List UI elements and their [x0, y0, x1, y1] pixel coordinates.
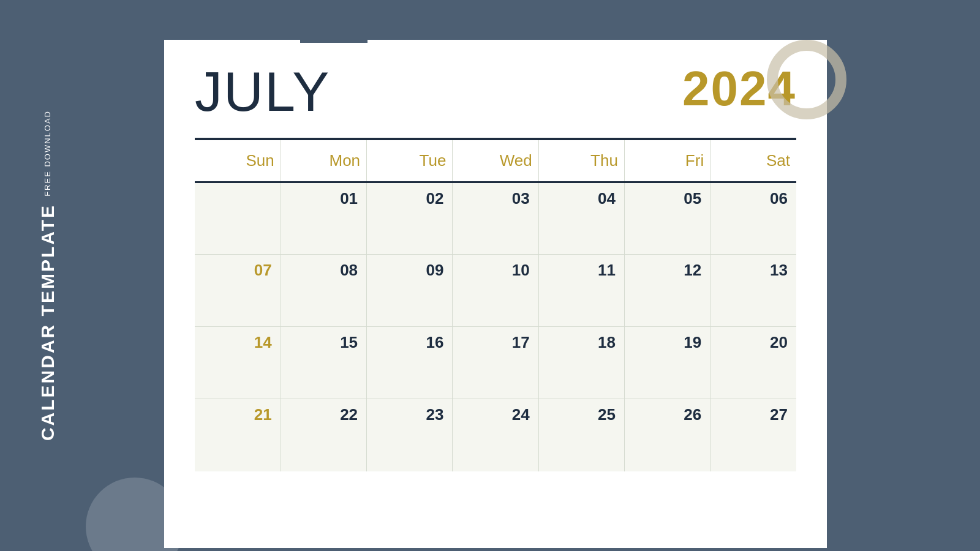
day-cell-14: 14: [195, 327, 281, 399]
calendar-header: JULY 2024: [195, 64, 796, 126]
day-cell-17: 17: [453, 327, 538, 399]
day-cell-12: 12: [624, 255, 710, 327]
day-cell-13: 13: [710, 255, 796, 327]
day-cell-10: 10: [453, 255, 538, 327]
circle-top-right-decoration: [767, 40, 846, 119]
day-header-tue: Tue: [367, 140, 453, 182]
calendar-grid: Sun Mon Tue Wed Thu Fri Sat 01 02 03 04 …: [195, 140, 796, 471]
day-header-wed: Wed: [453, 140, 538, 182]
day-header-thu: Thu: [538, 140, 624, 182]
day-cell-2: 02: [367, 182, 453, 255]
week-row-4: 21 22 23 24 25 26 27: [195, 399, 796, 471]
day-cell-3: 03: [453, 182, 538, 255]
calendar-container: JULY 2024 Sun Mon Tue Wed Thu Fri Sat 01…: [164, 40, 827, 548]
day-cell-21: 21: [195, 399, 281, 471]
week-row-1: 01 02 03 04 05 06: [195, 182, 796, 255]
calendar-template-label: CALENDAR TEMPLATE: [37, 204, 58, 441]
day-headers-row: Sun Mon Tue Wed Thu Fri Sat: [195, 140, 796, 182]
day-cell-9: 09: [367, 255, 453, 327]
day-cell-24: 24: [453, 399, 538, 471]
week-row-2: 07 08 09 10 11 12 13: [195, 255, 796, 327]
day-header-fri: Fri: [624, 140, 710, 182]
day-cell-26: 26: [624, 399, 710, 471]
day-cell-1: 01: [281, 182, 366, 255]
day-cell-11: 11: [538, 255, 624, 327]
day-header-mon: Mon: [281, 140, 366, 182]
sidebar: FREE DOWNLOAD CALENDAR TEMPLATE: [0, 0, 95, 551]
month-title: JULY: [195, 64, 330, 119]
day-cell-4: 04: [538, 182, 624, 255]
day-header-sat: Sat: [710, 140, 796, 182]
day-header-sun: Sun: [195, 140, 281, 182]
day-cell-27: 27: [710, 399, 796, 471]
day-cell-6: 06: [710, 182, 796, 255]
week-row-3: 14 15 16 17 18 19 20: [195, 327, 796, 399]
day-cell-8: 08: [281, 255, 366, 327]
day-cell-5: 05: [624, 182, 710, 255]
day-cell-empty-1: [195, 182, 281, 255]
day-cell-15: 15: [281, 327, 366, 399]
day-cell-19: 19: [624, 327, 710, 399]
day-cell-23: 23: [367, 399, 453, 471]
calendar-tab: [300, 24, 368, 43]
day-cell-7: 07: [195, 255, 281, 327]
day-cell-25: 25: [538, 399, 624, 471]
day-cell-18: 18: [538, 327, 624, 399]
day-cell-16: 16: [367, 327, 453, 399]
day-cell-22: 22: [281, 399, 366, 471]
free-download-label: FREE DOWNLOAD: [43, 110, 52, 197]
day-cell-20: 20: [710, 327, 796, 399]
